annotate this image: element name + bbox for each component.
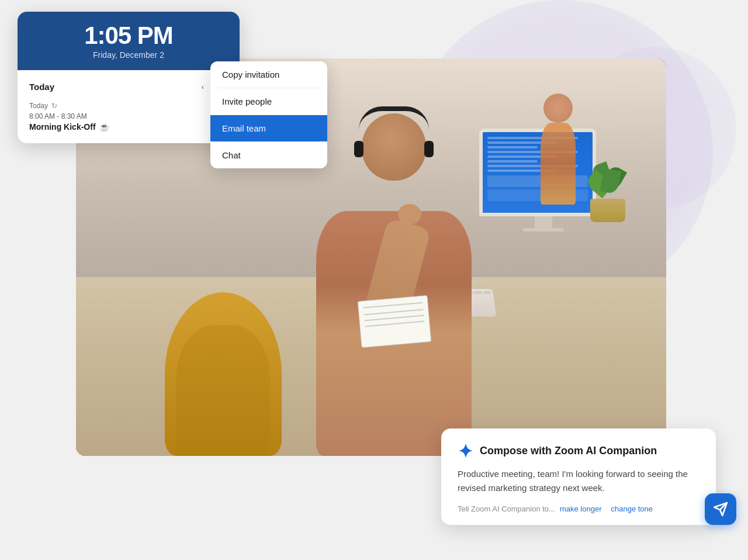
ai-action-make-longer[interactable]: make longer — [560, 504, 602, 513]
calendar-widget: 1:05 PM Friday, December 2 Today ‹ ▦ Tod… — [18, 12, 240, 143]
ai-card-body: Productive meeting, team! I'm looking fo… — [458, 467, 699, 495]
dropdown-item-email-team[interactable]: Email team — [210, 115, 327, 141]
monitor-base — [523, 228, 564, 231]
calendar-body: Today ‹ ▦ Today ↻ 8:00 AM - 8:30 AM Morn… — [18, 70, 240, 143]
send-icon — [713, 502, 728, 517]
calendar-header: 1:05 PM Friday, December 2 — [18, 12, 240, 70]
ai-companion-card: Compose with Zoom AI Companion Productiv… — [441, 428, 716, 525]
calendar-nav-title: Today — [29, 82, 54, 92]
ai-footer-label: Tell Zoom AI Companion to... — [458, 504, 555, 513]
ai-card-footer: Tell Zoom AI Companion to... make longer… — [458, 504, 699, 513]
dropdown-menu: Copy invitation Invite people Email team… — [210, 61, 327, 168]
calendar-date: Friday, December 2 — [32, 50, 226, 60]
event-time: 8:00 AM - 8:30 AM — [29, 112, 228, 120]
prev-arrow-button[interactable]: ‹ — [196, 80, 209, 93]
dropdown-item-invite-people[interactable]: Invite people — [210, 88, 327, 115]
ai-star-icon — [458, 443, 474, 459]
plant — [584, 164, 631, 222]
send-button[interactable] — [705, 493, 736, 525]
dropdown-item-copy-invitation[interactable]: Copy invitation — [210, 61, 327, 88]
event-date-label: Today ↻ — [29, 102, 228, 110]
event-title: Morning Kick-Off ☕ — [29, 122, 228, 132]
ai-card-header: Compose with Zoom AI Companion — [458, 443, 699, 459]
calendar-time: 1:05 PM — [32, 23, 226, 48]
refresh-icon: ↻ — [51, 102, 57, 110]
ai-card-title: Compose with Zoom AI Companion — [480, 445, 657, 457]
chair — [165, 292, 282, 456]
calendar-nav: Today ‹ ▦ — [29, 79, 228, 94]
ai-action-change-tone[interactable]: change tone — [611, 504, 653, 513]
dropdown-item-chat[interactable]: Chat — [210, 142, 327, 168]
